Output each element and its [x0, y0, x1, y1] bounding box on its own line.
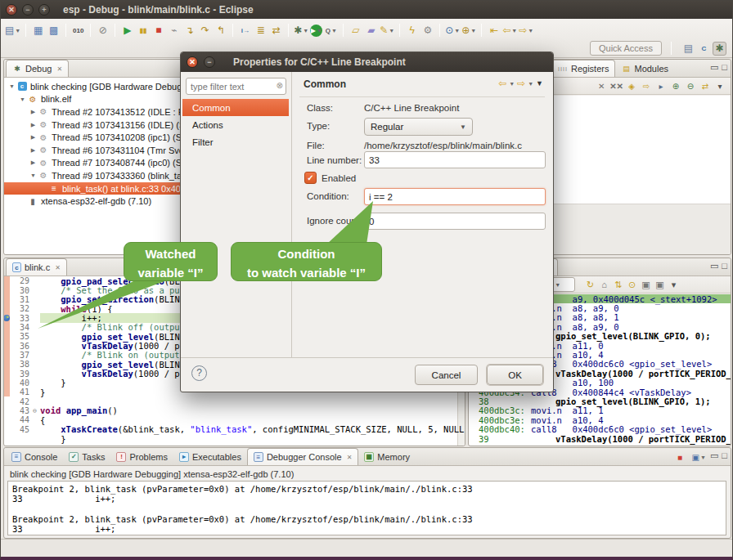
expand-icon[interactable]: ▶	[29, 147, 38, 154]
step-return-icon[interactable]: ↰	[214, 24, 227, 38]
collapse-icon[interactable]: ⊖	[684, 79, 697, 92]
save-icon[interactable]: ▦	[31, 24, 45, 38]
expand-icon[interactable]: ⊕	[669, 79, 682, 92]
skip-all-breakpoints-icon[interactable]: ⊘	[96, 24, 110, 38]
fold-collapse-icon[interactable]: ⊖	[29, 407, 40, 414]
resume-icon[interactable]: ▶	[120, 24, 134, 38]
show-type-names-icon[interactable]: ◈	[625, 79, 638, 92]
minimize-icon[interactable]: ▭	[710, 450, 718, 464]
maximize-icon[interactable]: □	[722, 261, 727, 271]
home-icon[interactable]: ⌂	[598, 278, 610, 291]
dialog-nav-filter[interactable]: Filter	[182, 133, 289, 150]
back-icon[interactable]: ⇦▼	[502, 24, 517, 38]
run-icon[interactable]: ▶▼	[310, 25, 322, 37]
last-edit-location-icon[interactable]: ⇤	[487, 24, 501, 38]
dialog-close-icon[interactable]: ✕	[187, 56, 198, 68]
binary-console-icon[interactable]: 010	[71, 24, 85, 38]
refresh-icon[interactable]: ↻	[584, 278, 596, 291]
open-new-view-icon[interactable]: ▣	[640, 278, 652, 291]
back-icon[interactable]: ⇦	[498, 78, 506, 89]
remove-all-icon[interactable]: ✕✕	[609, 79, 623, 92]
window-close-icon[interactable]: ✕	[6, 4, 17, 16]
instruction-stepping-icon[interactable]: i→	[238, 24, 252, 38]
tab-close-icon[interactable]: ✕	[347, 454, 353, 461]
minimize-icon[interactable]: ▭	[710, 62, 718, 73]
type-select[interactable]: Regular ▼	[364, 118, 473, 136]
team-sync-icon[interactable]: ⚙	[420, 24, 434, 38]
cpp-perspective-icon[interactable]: C	[697, 42, 711, 56]
ok-button[interactable]: OK	[487, 365, 543, 385]
external-tools-icon[interactable]: Q▼	[324, 24, 338, 38]
new-wizard-icon[interactable]: ▤▼	[5, 24, 20, 38]
tab-close-icon[interactable]: ✕	[55, 264, 61, 271]
tab-debugger-console[interactable]: ≡Debugger Console✕	[247, 448, 358, 465]
dialog-nav-common[interactable]: Common	[182, 99, 289, 116]
view-menu-icon[interactable]: ▾	[713, 79, 726, 92]
quick-access-box[interactable]: Quick Access	[590, 41, 662, 56]
drop-to-frame-icon[interactable]: ≣	[254, 24, 268, 38]
remove-icon[interactable]: ✕	[595, 79, 608, 92]
forward-icon[interactable]: ⇨▼	[519, 24, 533, 38]
filter-input[interactable]	[186, 78, 286, 95]
tab-console[interactable]: ≡Console	[6, 448, 63, 465]
suspend-icon[interactable]: ▮▮	[136, 24, 150, 38]
tab-problems[interactable]: !Problems	[110, 448, 173, 465]
dialog-nav-actions[interactable]: Actions	[182, 116, 289, 133]
enabled-checkbox[interactable]: ✓	[304, 172, 317, 184]
disconnect-icon[interactable]: ⌁	[167, 24, 181, 38]
tab-registers[interactable]: IIII Registers	[551, 60, 615, 77]
tab-modules[interactable]: ▤ Modules	[615, 60, 674, 77]
chevron-down-icon[interactable]: ▼	[509, 81, 515, 87]
tab-executables[interactable]: ▸Executables	[173, 448, 247, 465]
window-maximize-icon[interactable]: +	[38, 4, 50, 16]
expand-icon[interactable]: ▶	[29, 122, 38, 128]
expand-icon[interactable]: ▶	[29, 134, 38, 141]
open-element-icon[interactable]: ⊙▼	[445, 24, 460, 38]
expand-icon[interactable]: ▶	[29, 159, 38, 166]
view-menu-icon[interactable]: ▾	[668, 278, 680, 291]
open-type-icon[interactable]: ▰	[364, 24, 378, 38]
terminate-icon[interactable]: ■	[151, 24, 165, 38]
tab-tasks[interactable]: ✓Tasks	[63, 448, 110, 465]
terminate-console-icon[interactable]: ■	[673, 450, 687, 464]
open-task-icon[interactable]: ▱	[349, 24, 362, 38]
debug-icon[interactable]: ✱▼	[294, 24, 308, 38]
sync-icon[interactable]: ⇅	[612, 278, 624, 291]
minimize-icon[interactable]: ▭	[710, 261, 718, 271]
condition-input[interactable]	[364, 188, 546, 205]
step-over-icon[interactable]: ↷	[198, 24, 212, 38]
search-icon[interactable]: ⊕▼	[461, 24, 476, 38]
cancel-button[interactable]: Cancel	[415, 365, 478, 385]
pin-icon[interactable]: ▣	[654, 278, 666, 291]
step-into-icon[interactable]: ↴	[182, 24, 196, 38]
console-output[interactable]: Breakpoint 2, blink_task (pvParameter=0x…	[7, 481, 726, 535]
help-icon[interactable]: ?	[191, 365, 207, 381]
maximize-icon[interactable]: □	[722, 450, 727, 464]
annotate-icon[interactable]: ✎▼	[380, 24, 394, 38]
clear-filter-icon[interactable]: ⊗	[277, 81, 283, 90]
expand-icon[interactable]: ▶	[29, 109, 38, 115]
collapse-icon[interactable]: ▼	[18, 96, 27, 102]
line-number-input[interactable]	[364, 151, 546, 168]
collapse-icon[interactable]: ▼	[29, 172, 38, 178]
breakpoint-icon[interactable]: ▸	[4, 314, 13, 322]
tab-close-icon[interactable]: ✕	[56, 65, 62, 73]
build-all-icon[interactable]: ϟ	[405, 24, 419, 38]
tab-memory[interactable]: ▦Memory	[358, 448, 416, 465]
use-step-filters-icon[interactable]: ⇄	[269, 24, 283, 38]
collapse-icon[interactable]: ▼	[7, 83, 16, 89]
debug-perspective-icon[interactable]: ✱	[713, 42, 726, 56]
ignore-count-input[interactable]	[364, 213, 546, 230]
open-perspective-icon[interactable]: ▤	[681, 42, 695, 56]
select-pointer-icon[interactable]: ▸	[654, 79, 668, 92]
goto-address-icon[interactable]: ⇨	[640, 79, 653, 92]
link-with-debug-icon[interactable]: ⇄	[699, 79, 712, 92]
maximize-icon[interactable]: □	[722, 62, 727, 73]
display-selected-console-icon[interactable]: ▣▼	[692, 450, 706, 464]
save-all-icon[interactable]: ▩	[47, 24, 61, 38]
window-minimize-icon[interactable]: −	[22, 4, 34, 16]
forward-icon[interactable]: ⇨	[517, 78, 525, 89]
dialog-minimize-icon[interactable]: −	[204, 56, 215, 68]
chevron-down-icon[interactable]: ▼	[528, 81, 533, 87]
tab-blink-c[interactable]: c blink.c ✕	[6, 258, 67, 276]
